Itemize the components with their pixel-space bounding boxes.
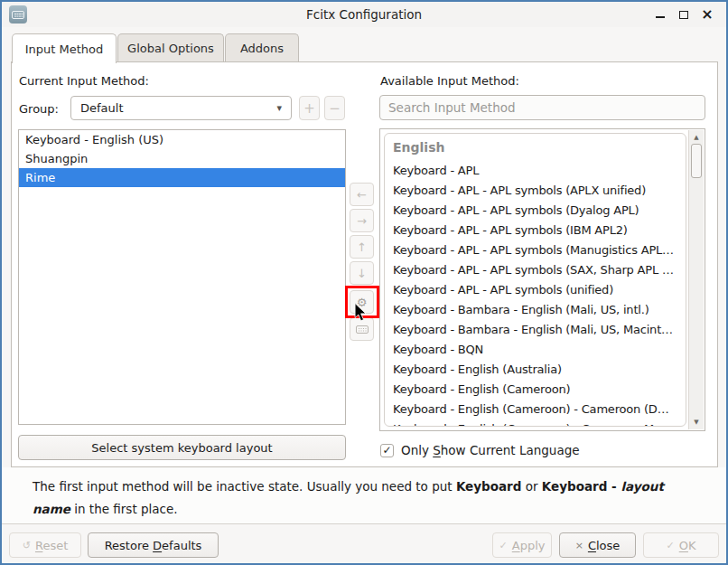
current-input-method-list: Keyboard - English (US) Shuangpin Rime: [18, 129, 346, 425]
chevron-down-icon: ▾: [276, 102, 282, 114]
list-item[interactable]: Keyboard - Bambara - English (Mali, US, …: [385, 300, 686, 320]
only-show-current-language-label: Only Show Current Language: [401, 443, 580, 457]
plus-icon: +: [303, 100, 315, 117]
reset-button[interactable]: ↺ Reset: [9, 532, 81, 558]
scrollbar[interactable]: ▲ ▼: [688, 130, 704, 429]
ok-button[interactable]: ✓ OK: [643, 532, 719, 558]
move-left-button[interactable]: ←: [350, 183, 374, 206]
check-icon: ✓: [499, 540, 508, 551]
checkmark-icon: ✓: [382, 444, 391, 457]
list-item[interactable]: Keyboard - APL - APL symbols (IBM APL2): [385, 221, 686, 240]
tab-input-method[interactable]: Input Method: [12, 33, 117, 63]
select-system-keyboard-layout-button[interactable]: Select system keyboard layout: [18, 435, 346, 460]
arrow-right-icon: →: [357, 214, 367, 228]
list-item-selected[interactable]: Rime: [19, 168, 345, 187]
add-group-button[interactable]: +: [299, 96, 320, 120]
minus-icon: −: [329, 100, 341, 117]
tab-addons[interactable]: Addons: [225, 33, 299, 61]
minimize-button[interactable]: [653, 7, 667, 22]
minimize-icon: [656, 16, 665, 18]
info-text: The first input method will be inactive …: [33, 476, 679, 521]
info-area: The first input method will be inactive …: [2, 467, 726, 523]
restore-defaults-button[interactable]: Restore Defaults: [88, 532, 219, 558]
arrow-down-icon: ↓: [357, 267, 367, 280]
remove-group-button[interactable]: −: [324, 96, 345, 120]
list-item[interactable]: Keyboard - APL - APL symbols (Manugistic…: [385, 240, 686, 260]
group-select[interactable]: Default ▾: [70, 96, 292, 120]
maximize-button[interactable]: [677, 7, 691, 22]
move-up-button[interactable]: ↑: [350, 235, 374, 259]
window-title: Fcitx Configuration: [2, 7, 726, 22]
move-right-button[interactable]: →: [350, 209, 374, 232]
only-show-current-language-checkbox[interactable]: ✓: [380, 444, 394, 457]
close-button[interactable]: ×: [700, 7, 714, 22]
move-down-button[interactable]: ↓: [350, 261, 374, 285]
maximize-icon: [679, 11, 688, 19]
list-item[interactable]: Keyboard - English (Cameroon) - Cameroon…: [385, 400, 686, 419]
mouse-cursor: [354, 303, 368, 322]
arrow-up-icon: ↑: [357, 240, 367, 254]
apply-button[interactable]: ✓ Apply: [492, 532, 552, 558]
list-item[interactable]: Keyboard - English (US): [19, 130, 345, 149]
close-dialog-button[interactable]: × Close: [559, 532, 636, 558]
group-label: Group:: [19, 102, 59, 116]
scroll-down-button[interactable]: ▼: [689, 416, 704, 428]
list-item[interactable]: Keyboard - Bambara - English (Mali, US, …: [385, 320, 686, 340]
list-item[interactable]: Keyboard - English (Australia): [385, 360, 686, 380]
scroll-up-button[interactable]: ▲: [689, 131, 704, 144]
list-item[interactable]: Keyboard - English (Cameroon): [385, 380, 686, 400]
group-select-value: Default: [80, 101, 124, 115]
list-item[interactable]: Keyboard - APL - APL symbols (APLX unifi…: [385, 181, 686, 201]
language-group-header: English: [385, 134, 686, 161]
check-icon: ✓: [667, 540, 675, 551]
keyboard-icon: [356, 325, 369, 334]
list-item[interactable]: Keyboard - APL - APL symbols (Dyalog APL…: [385, 201, 686, 221]
scroll-up-icon: ▲: [694, 134, 698, 141]
tab-global-options[interactable]: Global Options: [117, 33, 224, 61]
scrollbar-thumb[interactable]: [691, 144, 702, 178]
current-input-method-label: Current Input Method:: [19, 74, 149, 88]
list-item[interactable]: Keyboard - APL: [385, 161, 686, 181]
list-item[interactable]: Keyboard - English (Cameroon) - Cameroon…: [385, 419, 686, 427]
footer-separator: [2, 523, 726, 524]
list-item[interactable]: Keyboard - BQN: [385, 340, 686, 360]
arrow-left-icon: ←: [357, 188, 367, 202]
close-x-icon: ×: [575, 540, 583, 551]
undo-icon: ↺: [23, 540, 31, 551]
list-item[interactable]: Shuangpin: [19, 149, 345, 168]
close-icon: ×: [701, 7, 713, 22]
list-item[interactable]: Keyboard - APL - APL symbols (SAX, Sharp…: [385, 260, 686, 280]
scroll-down-icon: ▼: [694, 419, 698, 426]
titlebar: Fcitx Configuration ×: [2, 2, 726, 27]
available-input-method-list: English Keyboard - APL Keyboard - APL - …: [379, 128, 705, 431]
list-item[interactable]: Keyboard - APL - APL symbols (unified): [385, 280, 686, 300]
search-input[interactable]: [379, 95, 705, 120]
list-viewport: English Keyboard - APL Keyboard - APL - …: [384, 133, 686, 427]
available-input-method-label: Available Input Method:: [380, 74, 519, 88]
